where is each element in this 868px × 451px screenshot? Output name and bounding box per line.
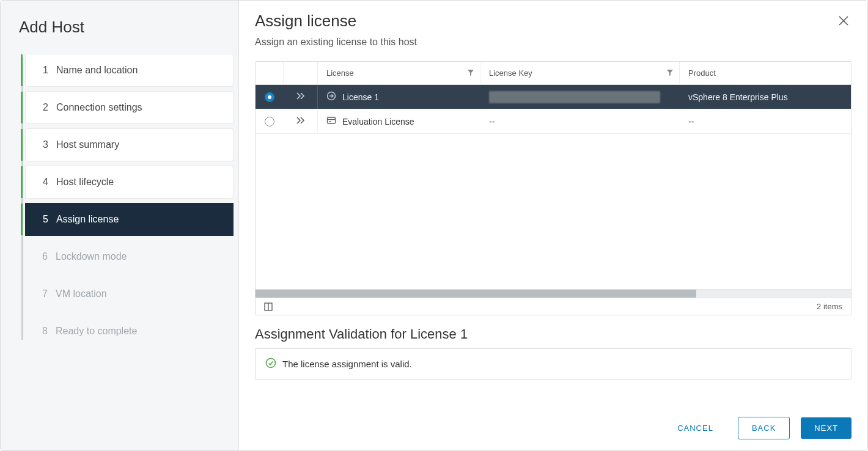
license-key-redacted [489,91,660,103]
table-row[interactable]: License 1 vSphere 8 Enterprise Plus [256,85,851,109]
table-footer: 2 items [256,298,851,315]
header-radio [256,62,284,84]
column-toggle-icon[interactable] [264,302,273,311]
next-button[interactable]: NEXT [801,417,851,439]
step-host-lifecycle[interactable]: 4 Host lifecycle [25,166,234,199]
svg-point-11 [267,359,276,368]
table-item-count: 2 items [817,302,842,311]
step-ready-to-complete: 8 Ready to complete [25,315,234,348]
license-key-cell: -- [480,109,680,133]
step-label: Lockdown mode [56,251,127,262]
license-table: License License Key Product [255,61,851,315]
page-subtitle: Assign an existing license to this host [255,37,417,48]
validation-title: Assignment Validation for License 1 [255,326,851,342]
step-label: Host summary [56,139,119,150]
main-header: Assign license Assign an existing licens… [255,12,851,61]
svg-rect-6 [328,117,336,123]
radio-selected[interactable] [265,92,274,102]
license-name: Evaluation License [342,117,414,127]
step-number: 8 [42,326,56,337]
step-connection-settings[interactable]: 2 Connection settings [25,91,234,124]
step-number: 5 [43,214,56,225]
product-cell: -- [680,109,851,133]
license-key: -- [489,117,495,127]
product-name: vSphere 8 Enterprise Plus [688,92,788,102]
step-number: 4 [43,177,56,188]
main-panel: Assign license Assign an existing licens… [239,1,867,450]
radio-cell[interactable] [256,109,284,133]
header-license-key[interactable]: License Key [480,62,680,84]
header-product-label: Product [688,68,716,78]
header-product[interactable]: Product [680,62,851,84]
step-label: Assign license [56,214,119,225]
header-license-key-label: License Key [489,68,532,78]
step-number: 7 [42,288,56,299]
step-lockdown-mode: 6 Lockdown mode [25,240,234,273]
filter-icon[interactable] [667,70,673,77]
step-label: Host lifecycle [56,177,114,188]
license-key-cell [480,85,680,109]
expand-cell[interactable] [284,85,318,109]
arrow-right-circle-icon [326,91,336,103]
wizard-title: Add Host [1,13,238,54]
chevron-double-right-icon [296,116,306,127]
radio-unselected[interactable] [265,117,274,127]
step-label: Connection settings [56,102,142,113]
back-button[interactable]: BACK [738,417,790,439]
card-icon [326,116,336,127]
license-name: License 1 [342,92,379,102]
page-title: Assign license [255,12,417,31]
step-assign-license[interactable]: 5 Assign license [25,203,234,236]
license-name-cell: Evaluation License [318,109,480,133]
close-button[interactable] [836,12,851,32]
header-license[interactable]: License [318,62,480,84]
step-number: 1 [43,65,56,76]
step-number: 3 [43,139,56,150]
add-host-dialog: Add Host 1 Name and location 2 Connectio… [0,0,868,451]
spacer [255,380,851,405]
step-label: VM location [56,288,107,299]
step-number: 6 [42,251,56,262]
step-name-and-location[interactable]: 1 Name and location [25,54,234,87]
validation-message: The license assignment is valid. [282,359,412,369]
main-titles: Assign license Assign an existing licens… [255,12,417,61]
wizard-steps: 1 Name and location 2 Connection setting… [1,54,238,352]
radio-cell[interactable] [256,85,284,109]
table-header-row: License License Key Product [256,62,851,85]
header-license-label: License [326,68,354,78]
svg-marker-3 [667,70,673,76]
wizard-footer: CANCEL BACK NEXT [255,405,851,439]
filter-icon[interactable] [468,70,474,77]
cancel-button[interactable]: CANCEL [664,417,727,439]
step-label: Ready to complete [56,326,137,337]
table-body: License 1 vSphere 8 Enterprise Plus [256,85,851,289]
check-circle-icon [265,358,276,370]
step-label: Name and location [56,65,138,76]
wizard-sidebar: Add Host 1 Name and location 2 Connectio… [1,1,239,450]
chevron-double-right-icon [296,92,306,102]
step-vm-location: 7 VM location [25,277,234,310]
expand-cell[interactable] [284,109,318,133]
header-expand [284,62,318,84]
license-name-cell: License 1 [318,85,480,109]
product-name: -- [688,117,694,127]
step-host-summary[interactable]: 3 Host summary [25,128,234,161]
horizontal-scrollbar[interactable] [256,289,851,298]
svg-marker-2 [468,70,474,76]
step-number: 2 [43,102,56,113]
table-row[interactable]: Evaluation License -- -- [256,109,851,134]
close-icon [838,15,849,26]
product-cell: vSphere 8 Enterprise Plus [680,85,851,109]
scrollbar-thumb[interactable] [256,290,696,298]
validation-box: The license assignment is valid. [255,348,851,380]
